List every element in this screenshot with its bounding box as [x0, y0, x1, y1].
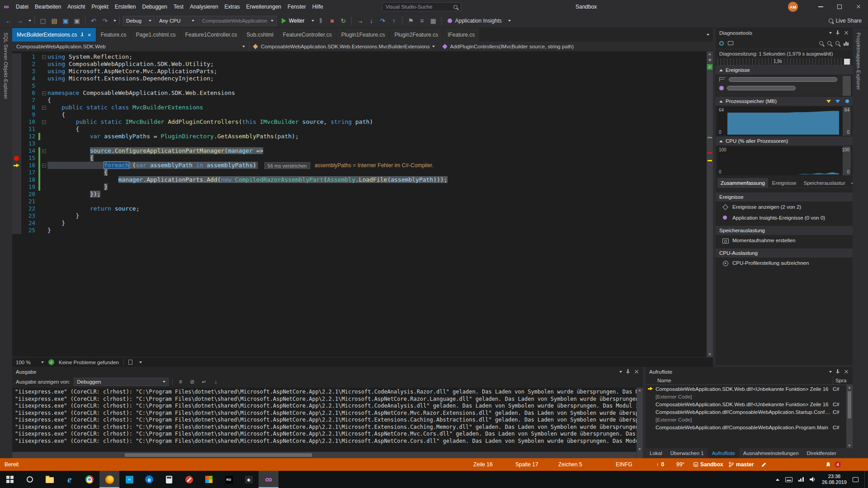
menu-item-extras[interactable]: Extras: [222, 0, 243, 14]
word-wrap-icon[interactable]: ↵: [200, 378, 208, 386]
status-line[interactable]: Zeile 16: [473, 458, 493, 471]
tab-feature1controller-cs[interactable]: Feature1Controller.cs: [181, 28, 242, 42]
calculator-icon[interactable]: [159, 471, 179, 488]
breakpoint-gutter[interactable]: [12, 68, 21, 75]
search-button[interactable]: [20, 471, 40, 488]
editor-scrollbar[interactable]: + ✓: [707, 52, 713, 357]
pin-icon[interactable]: [835, 369, 840, 374]
close-panel-icon[interactable]: [634, 369, 639, 375]
breakpoint-gutter[interactable]: [12, 176, 21, 183]
sql-server-object-explorer-tab[interactable]: SQL Server-Objekt-Explorer: [3, 28, 9, 99]
pin-icon[interactable]: [626, 369, 630, 374]
action-center-icon[interactable]: [853, 477, 859, 482]
close-panel-icon[interactable]: [844, 30, 849, 36]
visual-studio-icon[interactable]: ∞: [259, 471, 278, 488]
startup-project-select[interactable]: ComposableWebApplication: [199, 16, 277, 26]
output-log[interactable]: "iisexpress.exe" (CoreCLR: clrhost): "C:…: [12, 388, 637, 452]
output-vertical-scrollbar[interactable]: [637, 388, 643, 452]
code-line[interactable]: 10− public static IMvcBuilder AddPluginC…: [12, 118, 707, 126]
tab-plugin2feature-cs[interactable]: Plugin2Feature.cs: [390, 28, 443, 42]
close-tab-icon[interactable]: ✕: [87, 33, 91, 38]
tab-mvcbuilderextensions-cs[interactable]: MvcBuilderExtensions.cs✕: [12, 28, 96, 42]
platform-select[interactable]: Any CPU: [156, 16, 198, 26]
tab-sub-cshtml[interactable]: Sub.cshtml: [242, 28, 278, 42]
devtool-icon[interactable]: [179, 471, 199, 488]
vscode-icon[interactable]: ‹›: [119, 471, 139, 488]
tool-tab-lokal[interactable]: Lokal: [646, 448, 666, 458]
events-section-header[interactable]: Ereignisse: [716, 66, 853, 75]
forward-icon[interactable]: →: [15, 15, 25, 26]
memory-chart[interactable]: 64 64 0 0: [717, 107, 851, 136]
network-icon[interactable]: [798, 477, 804, 482]
zoom-in-icon[interactable]: [819, 41, 823, 45]
breakpoint-gutter[interactable]: [12, 133, 21, 140]
configuration-select[interactable]: Debug: [123, 16, 155, 26]
breakpoint-gutter[interactable]: [12, 97, 21, 104]
callstack-row[interactable]: ComposableWebApplication.dll!ComposableW…: [646, 408, 846, 416]
scrollbar-thumb[interactable]: [848, 391, 851, 418]
application-insights-caret[interactable]: [508, 20, 511, 22]
code-line[interactable]: 9 {: [12, 111, 707, 118]
summary-link-ereignisse-anzeigen-2-von-2[interactable]: Ereignisse anzeigen (2 von 2): [716, 202, 853, 212]
filter-blue-icon[interactable]: [835, 100, 840, 103]
breakpoint-gutter[interactable]: [12, 140, 21, 147]
breakpoint-gutter[interactable]: [12, 147, 21, 155]
internet-explorer-icon[interactable]: e: [60, 471, 80, 488]
ruler-selection-handle[interactable]: [844, 59, 850, 65]
breakpoint-gutter[interactable]: [12, 82, 21, 89]
editor-split-plus-icon[interactable]: +: [707, 57, 713, 63]
perf-tip[interactable]: 56 ms verstrichen: [264, 162, 310, 169]
code-line[interactable]: 3using Microsoft.AspNetCore.Mvc.Applicat…: [12, 68, 707, 75]
breakpoint-gutter[interactable]: [12, 227, 21, 234]
menu-item-fenster[interactable]: Fenster: [284, 0, 309, 14]
autoscroll-icon[interactable]: ↓: [212, 378, 220, 386]
code-line[interactable]: 14− source.ConfigureApplicationPartManag…: [12, 147, 707, 155]
save-all-icon[interactable]: ▣: [72, 15, 82, 26]
continue-caret[interactable]: [311, 20, 314, 22]
show-desktop-button[interactable]: [864, 471, 867, 488]
stop-icon[interactable]: ■: [327, 15, 337, 26]
output-horizontal-scrollbar[interactable]: [12, 452, 637, 458]
file-explorer-icon[interactable]: [40, 471, 60, 488]
touch-keyboard-icon[interactable]: [785, 477, 793, 482]
window-position-caret[interactable]: [829, 32, 832, 34]
tab-overflow-button[interactable]: [704, 28, 713, 42]
code-line[interactable]: 7{: [12, 97, 707, 104]
cpu-chart[interactable]: 100 100 0 0: [717, 146, 851, 175]
list-icon[interactable]: ≡: [417, 15, 427, 26]
tab-featurecontroller-cs[interactable]: FeatureController.cs: [278, 28, 336, 42]
code-line[interactable]: 20 });: [12, 191, 707, 198]
chevron-down-icon[interactable]: [139, 361, 142, 363]
summary-link-cpu-profilerstellung-aufzeichnen[interactable]: CPU-Profilerstellung aufzeichnen: [716, 258, 853, 268]
breakpoint-gutter[interactable]: [12, 205, 21, 212]
summary-link-momentaufnahme-erstellen[interactable]: Momentaufnahme erstellen: [716, 235, 853, 246]
bookmark-icon[interactable]: ⚑: [406, 15, 415, 26]
breakpoint-gutter[interactable]: [12, 191, 21, 198]
filter-yellow-icon[interactable]: [826, 100, 831, 103]
callstack-row[interactable]: ComposableWebApplication.dll!ComposableW…: [646, 423, 846, 431]
breakpoint-gutter[interactable]: [12, 220, 21, 227]
data-tip[interactable]: assemblyPaths = Interner Fehler im C#-Co…: [315, 162, 434, 169]
column-language[interactable]: Spra: [833, 376, 853, 385]
code-line[interactable]: 12 var assemblyPaths = PluginDirectory.G…: [12, 133, 707, 140]
redo-icon[interactable]: ↷: [100, 15, 110, 26]
tool-tab-ausnahmeeinstellungen[interactable]: Ausnahmeeinstellungen: [739, 448, 803, 458]
settings-gear-icon[interactable]: [719, 41, 724, 46]
left-tool-strip[interactable]: SQL Server-Objekt-Explorer: [0, 28, 12, 458]
screenshot-icon[interactable]: [728, 41, 733, 45]
code-line[interactable]: 21: [12, 198, 707, 205]
breadcrumb-type[interactable]: ComposableWebApplication.SDK.Web.Extensi…: [250, 42, 439, 52]
undo-icon[interactable]: ↶: [89, 15, 99, 26]
code-line[interactable]: 18 manager.ApplicationParts.Add(new Comp…: [12, 176, 707, 183]
rider-icon[interactable]: RD: [219, 471, 239, 488]
zoom-out-icon[interactable]: [827, 41, 831, 45]
clear-output-icon[interactable]: ⊘: [188, 378, 196, 386]
breakpoint-gutter[interactable]: [12, 89, 21, 97]
zoom-select[interactable]: 100 %: [16, 360, 44, 365]
fold-collapse-icon[interactable]: −: [42, 55, 46, 59]
avatar[interactable]: AM: [788, 2, 798, 12]
step-into-icon[interactable]: ↓: [366, 15, 376, 26]
snapshot-marker-icon[interactable]: [845, 99, 849, 103]
application-insights-button[interactable]: Application Insights: [445, 18, 504, 24]
pin-icon[interactable]: [80, 33, 84, 38]
